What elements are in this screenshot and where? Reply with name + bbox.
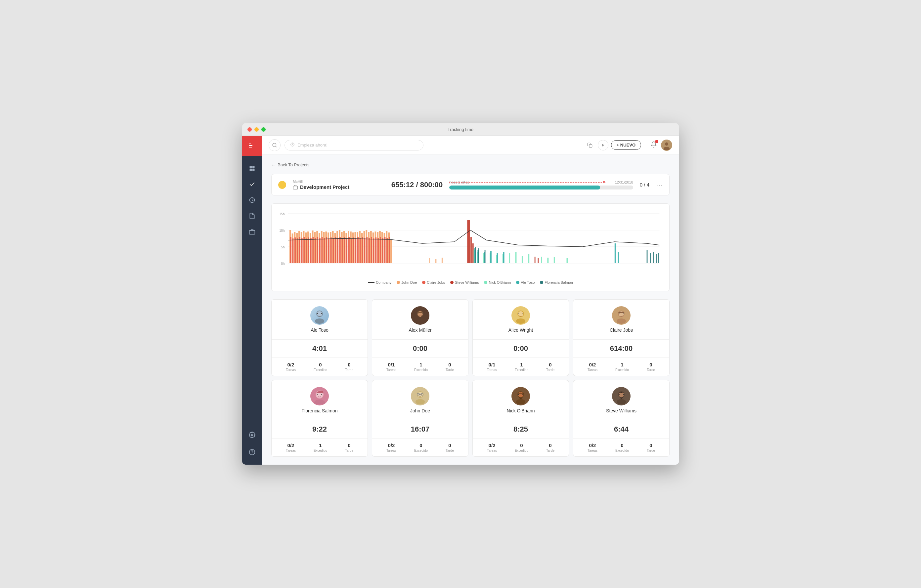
sidebar-item-dashboard[interactable] — [245, 161, 259, 175]
avatar-ale-toso — [310, 306, 329, 325]
svg-rect-110 — [371, 237, 372, 263]
svg-rect-76 — [295, 237, 296, 263]
sidebar-item-help[interactable] — [245, 445, 259, 460]
chart-legend: Company John Doe Claire Jobs Steve — [278, 281, 662, 284]
svg-rect-147 — [478, 249, 479, 263]
notification-icon[interactable] — [650, 141, 657, 149]
legend-nick: Nick O'Briann — [484, 281, 511, 284]
svg-rect-154 — [429, 258, 430, 263]
legend-company: Company — [368, 281, 391, 284]
svg-rect-156 — [442, 258, 443, 263]
play-button[interactable] — [598, 140, 609, 151]
team-card-alice-wright[interactable]: Alice Wright 0:00 0/1 Tareas 1 Excedido — [472, 299, 569, 376]
card-top-alex: Alex Müller — [372, 300, 468, 339]
svg-rect-80 — [303, 237, 305, 263]
stat-tareas-ale: 0/2 Tareas — [286, 362, 296, 372]
card-hours-nick: 8:25 — [473, 420, 569, 439]
stat-tasks-val-ale: 0/2 — [288, 362, 295, 367]
svg-rect-133 — [528, 254, 529, 263]
svg-rect-144 — [615, 244, 616, 263]
svg-rect-116 — [384, 237, 386, 263]
svg-rect-105 — [360, 238, 361, 263]
team-card-florencia-salmon[interactable]: Florencia Salmon 9:22 0/2 Tareas 1 Exced… — [271, 380, 368, 457]
svg-rect-122 — [535, 257, 535, 263]
card-stats-steve: 0/2 Tareas 0 Excedido 0 Tarde — [573, 439, 669, 456]
copy-button[interactable] — [584, 140, 595, 151]
card-name-alex: Alex Müller — [408, 327, 431, 333]
svg-rect-177 — [623, 313, 624, 314]
svg-rect-1 — [249, 145, 252, 146]
nuevo-button[interactable]: + NUEVO — [611, 140, 641, 150]
card-top-john: John Doe — [372, 380, 468, 420]
stat-exc-val-ale: 0 — [319, 362, 322, 367]
team-card-steve-williams[interactable]: Steve Williams 6:44 0/2 Tareas 0 Excedid… — [573, 380, 670, 457]
card-stats-john: 0/2 Tareas 0 Excedido 0 Tarde — [372, 439, 468, 456]
svg-rect-161 — [321, 313, 322, 314]
team-card-ale-toso[interactable]: Ale Toso 4:01 0/2 Tareas 0 Excedido — [271, 299, 368, 376]
sidebar-item-projects[interactable] — [245, 224, 259, 239]
legend-ale: Ale Toso — [516, 281, 535, 284]
svg-point-179 — [314, 400, 325, 404]
avatar-alex-muller — [411, 306, 430, 325]
chart-svg: 15h 10h 5h 0h — [278, 210, 662, 276]
sidebar-item-tasks[interactable] — [245, 177, 259, 192]
svg-rect-82 — [308, 237, 309, 263]
timer-input[interactable]: Empieza ahora! — [285, 140, 423, 151]
back-link[interactable]: ← Back To Projects — [271, 162, 670, 167]
svg-rect-5 — [250, 169, 252, 171]
svg-rect-2 — [249, 147, 252, 148]
fullscreen-button[interactable] — [261, 127, 266, 132]
search-icon-button[interactable] — [268, 139, 280, 151]
sidebar-logo[interactable] — [242, 136, 262, 156]
chart-area: 15h 10h 5h 0h — [278, 210, 662, 276]
stat-tard-val-ale: 0 — [348, 362, 350, 367]
close-button[interactable] — [247, 127, 252, 132]
svg-rect-135 — [547, 258, 548, 263]
svg-rect-119 — [467, 220, 470, 263]
user-avatar[interactable] — [661, 140, 672, 151]
team-card-nick-obriann[interactable]: Nick O'Briann 8:25 0/2 Tareas 0 Excedido — [472, 380, 569, 457]
sidebar-item-time[interactable] — [245, 193, 259, 207]
svg-rect-100 — [348, 237, 350, 263]
legend-claire: Claire Jobs — [422, 281, 445, 284]
svg-rect-0 — [249, 143, 251, 144]
card-stats-florencia: 0/2 Tareas 1 Excedido 0 Tarde — [272, 439, 368, 456]
legend-florencia-dot — [540, 281, 543, 284]
back-arrow-icon: ← — [271, 162, 275, 167]
team-card-john-doe[interactable]: John Doe 16:07 0/2 Tareas 0 Excedido — [372, 380, 469, 457]
card-hours-john: 16:07 — [372, 420, 468, 439]
svg-rect-75 — [293, 239, 294, 263]
traffic-lights — [247, 127, 266, 132]
svg-rect-88 — [322, 237, 323, 263]
card-name-nick: Nick O'Briann — [506, 408, 535, 413]
minimize-button[interactable] — [254, 127, 259, 132]
svg-rect-79 — [301, 238, 303, 263]
sidebar-item-settings[interactable] — [245, 427, 259, 442]
svg-rect-137 — [567, 258, 568, 263]
project-more-button[interactable]: ⋯ — [656, 181, 662, 189]
svg-rect-113 — [378, 238, 379, 263]
stat-tareas-alex: 0/1 Tareas — [386, 362, 396, 372]
svg-text:0h: 0h — [281, 262, 285, 266]
legend-john-dot — [397, 281, 400, 284]
svg-point-12 — [273, 143, 276, 147]
sidebar-item-reports[interactable] — [245, 209, 259, 223]
svg-rect-73 — [391, 240, 392, 263]
card-top-alice: Alice Wright — [473, 300, 569, 339]
svg-rect-150 — [650, 253, 651, 263]
card-name-ale: Ale Toso — [311, 327, 328, 333]
card-hours-alice: 0:00 — [473, 339, 569, 358]
svg-rect-194 — [518, 394, 519, 395]
svg-rect-86 — [317, 237, 318, 263]
legend-ale-dot — [516, 281, 519, 284]
svg-point-169 — [516, 318, 526, 324]
app-layout: Empieza ahora! + NUEVO — [242, 136, 679, 465]
team-card-alex-muller[interactable]: Alex Müller 0:00 0/1 Tareas 1 Excedido — [372, 299, 469, 376]
svg-rect-93 — [333, 238, 334, 263]
sidebar-bottom — [245, 422, 259, 465]
legend-steve: Steve Williams — [450, 281, 479, 284]
team-card-claire-jobs[interactable]: Claire Jobs 614:00 0/2 Tareas 1 Excedido — [573, 299, 670, 376]
sidebar-nav — [245, 156, 259, 422]
window-title: TrackingTime — [447, 127, 474, 132]
svg-line-13 — [275, 146, 277, 147]
